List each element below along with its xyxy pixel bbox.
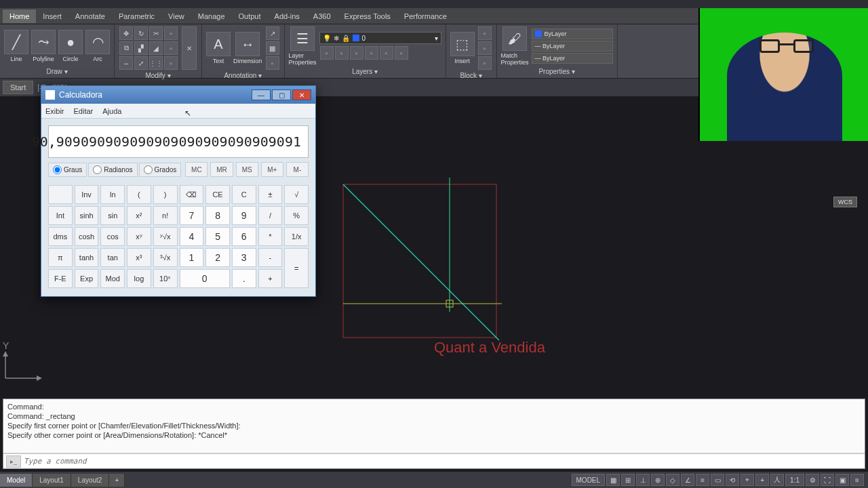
calc-key-2-2[interactable]: cos — [100, 227, 125, 246]
calc-key-3-0[interactable]: π — [48, 248, 73, 267]
radio-graus[interactable]: Graus — [48, 163, 87, 177]
status-cycle[interactable]: ⟲ — [726, 474, 739, 486]
command-prompt-icon[interactable]: ▸_ — [6, 455, 21, 468]
diagonal-line[interactable] — [343, 184, 499, 340]
mr-button[interactable]: MR — [210, 162, 233, 177]
fillet-tool[interactable]: ◢ — [149, 41, 163, 55]
status-clean[interactable]: ▣ — [835, 474, 849, 486]
circle-tool[interactable]: ● — [58, 30, 83, 54]
maximize-button[interactable]: ▢ — [272, 89, 291, 100]
panel-layers-title[interactable]: Layers ▾ — [289, 66, 441, 77]
calc-key-2-5[interactable]: 4 — [180, 227, 204, 246]
calc-key-0-9[interactable]: √ — [284, 185, 309, 204]
array-tool[interactable]: ⋮⋮ — [149, 56, 163, 70]
ms-button[interactable]: MS — [236, 162, 258, 177]
layer-tool5[interactable]: ▫ — [380, 46, 393, 60]
calc-key-0-5[interactable]: ⌫ — [180, 185, 204, 204]
calc-key-3-8[interactable]: - — [258, 248, 283, 267]
mminus-button[interactable]: M- — [286, 162, 309, 177]
ribbon-tab-parametric[interactable]: Parametric — [112, 9, 161, 23]
layout-tab-add[interactable]: + — [109, 474, 125, 487]
annot-tool3[interactable]: ▫ — [266, 56, 279, 70]
calc-key-3-4[interactable]: ³√x — [153, 248, 178, 267]
file-tab-start[interactable]: Start — [3, 81, 33, 94]
tool-m8[interactable]: ▫ — [164, 41, 178, 55]
calc-key-1-7[interactable]: 9 — [232, 206, 256, 225]
calculator-window[interactable]: Calculadora — ▢ ✕ Exibir Editar Ajuda 90… — [41, 85, 316, 297]
ribbon-tab-annotate[interactable]: Annotate — [68, 9, 112, 23]
calc-key-0-2[interactable]: ln — [100, 185, 125, 204]
layout-tab-model[interactable]: Model — [0, 474, 33, 487]
calc-key-2-0[interactable]: dms — [48, 227, 73, 246]
calc-key-1-4[interactable]: n! — [153, 206, 178, 225]
equals-button[interactable]: = — [284, 248, 309, 288]
lineweight-combo[interactable]: — ByLayer — [532, 41, 613, 52]
panel-block-title[interactable]: Block ▾ — [450, 70, 492, 81]
radio-grados-input[interactable] — [144, 165, 153, 174]
menu-exibir[interactable]: Exibir — [45, 107, 64, 115]
stretch-tool[interactable]: ↔ — [119, 56, 133, 70]
menu-ajuda[interactable]: Ajuda — [102, 107, 121, 115]
calc-key-1-9[interactable]: % — [284, 206, 309, 225]
close-button[interactable]: ✕ — [292, 89, 311, 100]
calc-key-2-9[interactable]: 1/x — [284, 227, 309, 246]
calc-key-1-8[interactable]: / — [258, 206, 283, 225]
calc-key-2-3[interactable]: xʸ — [127, 227, 151, 246]
block-tool3[interactable]: ▫ — [478, 56, 492, 70]
status-ucs[interactable]: ⌖ — [741, 474, 754, 486]
calc-key-1-0[interactable]: Int — [48, 206, 73, 225]
calc-key-1-5[interactable]: 7 — [180, 206, 204, 225]
rotate-tool[interactable]: ↻ — [134, 26, 148, 40]
panel-modify-title[interactable]: Modify ▾ — [119, 70, 197, 81]
ucs-icon[interactable] — [0, 350, 43, 386]
minimize-button[interactable]: — — [252, 89, 271, 100]
layer-properties-button[interactable]: ☰ — [290, 26, 315, 51]
layer-tool4[interactable]: ▫ — [365, 46, 378, 60]
status-custom[interactable]: ≡ — [850, 474, 864, 486]
mplus-button[interactable]: M+ — [261, 162, 283, 177]
mirror-tool[interactable]: ▞ — [134, 41, 148, 55]
wcs-badge[interactable]: WCS — [833, 197, 857, 207]
linetype-combo[interactable]: — ByLayer — [532, 53, 613, 64]
status-gear[interactable]: ⚙ — [806, 474, 819, 486]
radio-radianos-input[interactable] — [93, 165, 102, 174]
ribbon-tab-addins[interactable]: Add-ins — [268, 9, 307, 23]
calc-key-0-3[interactable]: ( — [127, 185, 151, 204]
panel-properties-title[interactable]: Properties ▾ — [501, 66, 613, 77]
erase-tool[interactable]: ✕ — [182, 26, 197, 70]
radio-grados[interactable]: Grados — [139, 163, 182, 177]
calc-key-2-8[interactable]: * — [258, 227, 283, 246]
status-polar[interactable]: ⊕ — [651, 474, 665, 486]
calc-key-1-3[interactable]: x² — [127, 206, 151, 225]
dimension-tool[interactable]: ↔ — [235, 32, 260, 56]
calc-key-2-4[interactable]: ʸ√x — [153, 227, 178, 246]
move-tool[interactable]: ✥ — [119, 26, 133, 40]
ribbon-tab-a360[interactable]: A360 — [307, 9, 338, 23]
calc-key-4-8[interactable]: + — [258, 269, 283, 288]
status-max[interactable]: ⛶ — [821, 474, 834, 486]
tool-m4[interactable]: ▫ — [164, 26, 178, 40]
calc-key-4-0[interactable]: F-E — [48, 269, 73, 288]
calc-key-1-2[interactable]: sin — [100, 206, 125, 225]
status-anno[interactable]: 人 — [770, 474, 784, 486]
calc-key-0-1[interactable]: Inv — [75, 185, 99, 204]
layer-tool3[interactable]: ▫ — [350, 46, 363, 60]
calc-key-4-4[interactable]: 10ˣ — [153, 269, 178, 288]
calc-key-0-0[interactable] — [48, 185, 73, 204]
layout-tab-2[interactable]: Layout2 — [71, 474, 110, 487]
scale-tool[interactable]: ⤢ — [134, 56, 148, 70]
text-tool[interactable]: A — [206, 32, 231, 56]
radio-radianos[interactable]: Radianos — [88, 163, 137, 177]
arc-tool[interactable]: ◠ — [85, 30, 110, 54]
layer-tool6[interactable]: ▫ — [395, 46, 408, 60]
calc-key-0-6[interactable]: CE — [205, 185, 230, 204]
status-scale[interactable]: 1:1 — [785, 474, 804, 486]
panel-annotation-title[interactable]: Annotation ▾ — [206, 70, 280, 81]
status-grid[interactable]: ▦ — [606, 474, 620, 486]
status-snap[interactable]: ⊞ — [621, 474, 635, 486]
digit-0-button[interactable]: 0 — [180, 269, 230, 288]
calc-key-4-1[interactable]: Exp — [75, 269, 99, 288]
command-history[interactable]: Command:Command: _rectangSpecify first c… — [3, 399, 865, 453]
calc-key-0-8[interactable]: ± — [258, 185, 283, 204]
trim-tool[interactable]: ✂ — [149, 26, 163, 40]
